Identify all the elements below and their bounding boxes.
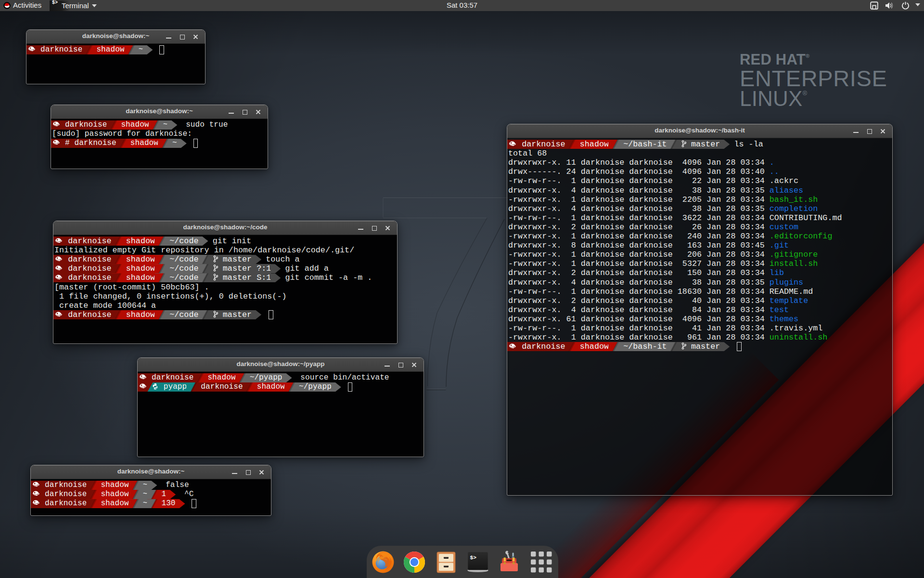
svg-text:$>: $>	[470, 555, 477, 561]
